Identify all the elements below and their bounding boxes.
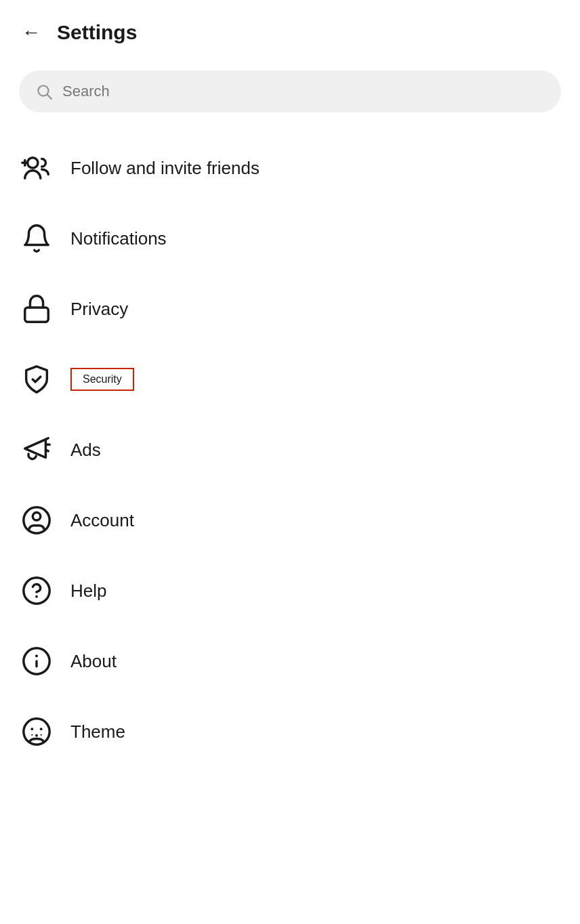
svg-point-11 <box>24 578 49 604</box>
back-arrow-icon: ← <box>22 22 41 43</box>
svg-point-17 <box>24 719 49 744</box>
menu-item-privacy[interactable]: Privacy <box>0 274 580 344</box>
svg-rect-5 <box>25 308 49 322</box>
security-highlight-box: Security <box>70 368 134 391</box>
menu-label-theme: Theme <box>70 721 125 742</box>
svg-point-2 <box>28 158 38 168</box>
search-bar[interactable] <box>19 70 561 112</box>
search-input[interactable] <box>62 83 545 100</box>
svg-point-12 <box>35 595 38 598</box>
theme-icon <box>19 714 54 749</box>
menu-item-account[interactable]: Account <box>0 485 580 555</box>
svg-line-6 <box>45 438 48 440</box>
menu-item-notifications[interactable]: Notifications <box>0 203 580 274</box>
svg-point-22 <box>41 734 42 736</box>
megaphone-icon <box>19 432 54 467</box>
account-icon <box>19 503 54 538</box>
info-icon <box>19 644 54 679</box>
menu-item-theme[interactable]: Theme <box>0 696 580 767</box>
menu-label-privacy: Privacy <box>70 299 128 320</box>
menu-label-help: Help <box>70 581 106 602</box>
menu-item-about[interactable]: About <box>0 626 580 696</box>
help-icon <box>19 573 54 608</box>
menu-label-ads: Ads <box>70 440 101 461</box>
menu-item-follow-invite[interactable]: Follow and invite friends <box>0 133 580 203</box>
add-person-icon <box>19 150 54 186</box>
search-icon <box>35 83 53 100</box>
lock-icon <box>19 291 54 327</box>
menu-item-security[interactable]: Security <box>0 344 580 415</box>
svg-point-16 <box>36 655 37 656</box>
svg-point-10 <box>33 513 41 521</box>
menu-item-ads[interactable]: Ads <box>0 415 580 485</box>
search-container <box>0 60 580 133</box>
svg-point-20 <box>35 734 38 737</box>
shield-icon <box>19 362 54 397</box>
svg-point-19 <box>40 728 43 730</box>
page-title: Settings <box>57 21 137 44</box>
header: ← Settings <box>0 0 580 60</box>
menu-label-account: Account <box>70 510 134 531</box>
menu-item-help[interactable]: Help <box>0 555 580 626</box>
back-button[interactable]: ← <box>19 19 43 46</box>
svg-line-7 <box>45 450 48 451</box>
menu-label-follow-invite: Follow and invite friends <box>70 158 260 179</box>
menu-list: Follow and invite friends Notifications … <box>0 133 580 767</box>
svg-point-18 <box>30 728 33 730</box>
menu-label-about: About <box>70 651 117 672</box>
svg-point-21 <box>31 734 33 736</box>
menu-label-notifications: Notifications <box>70 228 167 249</box>
bell-icon <box>19 221 54 256</box>
svg-line-1 <box>47 95 51 99</box>
menu-label-security: Security <box>70 368 134 391</box>
